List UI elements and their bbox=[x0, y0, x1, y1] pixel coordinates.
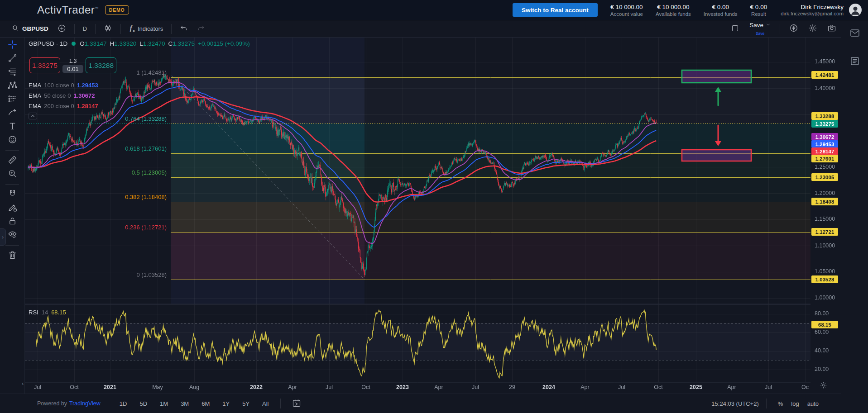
layout-button[interactable] bbox=[728, 22, 742, 36]
axis-settings-gear-icon[interactable] bbox=[820, 381, 827, 391]
chart-style-button[interactable] bbox=[101, 22, 115, 36]
time-tick-label: Jul bbox=[472, 384, 479, 390]
forecast-icon bbox=[8, 94, 17, 105]
fib-level-label[interactable]: 0.382 (1.18408) bbox=[25, 194, 167, 200]
lock-drawings-tool[interactable] bbox=[5, 216, 19, 227]
right-sidebar bbox=[841, 20, 868, 413]
trend-line-tool[interactable] bbox=[5, 53, 19, 64]
projection-tool[interactable] bbox=[5, 94, 19, 105]
zoom-in-tool[interactable] bbox=[5, 169, 19, 180]
crosshair-tool[interactable] bbox=[5, 40, 19, 51]
axis-collapse-handle[interactable]: ‹ bbox=[22, 380, 24, 387]
bottom-bar: Powered by TradingView 1D5D1M3M6M1Y5YAll… bbox=[0, 394, 841, 413]
time-tick-label: Apr bbox=[288, 384, 297, 390]
fib-level-label[interactable]: 0.236 (1.12721) bbox=[25, 224, 167, 231]
range-button-3m[interactable]: 3M bbox=[177, 399, 193, 409]
stat-label: Result bbox=[750, 11, 767, 17]
xabcd-pattern-tool[interactable] bbox=[5, 81, 19, 91]
undo-button[interactable] bbox=[177, 22, 191, 35]
magnet-tool[interactable] bbox=[5, 189, 19, 200]
text-tool[interactable] bbox=[5, 121, 19, 132]
toolbar-divider bbox=[74, 24, 75, 34]
price-tick-label: 1.40000 bbox=[815, 85, 835, 91]
log-scale-toggle[interactable]: log bbox=[787, 400, 803, 407]
price-chart-canvas[interactable] bbox=[25, 38, 810, 394]
hide-drawings-tool[interactable] bbox=[5, 230, 19, 241]
price-tick-label: 80.00 bbox=[815, 310, 829, 317]
stat-value: € 10 000.00 bbox=[610, 4, 643, 10]
news-button[interactable] bbox=[849, 56, 860, 68]
bottom-divider bbox=[280, 399, 281, 408]
go-to-date-button[interactable] bbox=[288, 399, 305, 409]
save-status: Save bbox=[756, 32, 764, 36]
range-button-5d[interactable]: 5D bbox=[135, 399, 151, 409]
range-button-1d[interactable]: 1D bbox=[115, 399, 131, 409]
messages-button[interactable] bbox=[849, 28, 860, 40]
time-tick-label: Oct bbox=[361, 384, 370, 390]
bottom-divider bbox=[108, 399, 108, 408]
indicator-name: EMA bbox=[29, 92, 41, 99]
market-status-dot-icon bbox=[72, 42, 76, 46]
price-badge: 68.15 bbox=[811, 321, 838, 328]
rsi-legend: RSI 14 68.15 bbox=[29, 309, 66, 316]
time-tick-label: Oct bbox=[654, 384, 662, 390]
undo-icon bbox=[180, 24, 188, 33]
time-tick-label: 2023 bbox=[396, 384, 409, 390]
price-badge: 1.03528 bbox=[811, 275, 838, 283]
indicator-params: 200 close 0 bbox=[44, 103, 74, 109]
brush-icon bbox=[8, 108, 17, 119]
indicator-params: 50 close 0 bbox=[44, 92, 71, 99]
auto-scale-toggle[interactable]: auto bbox=[803, 400, 823, 407]
fib-level-label[interactable]: 1 (1.42481) bbox=[25, 69, 167, 76]
range-button-1y[interactable]: 1Y bbox=[218, 399, 234, 409]
indicator-row[interactable]: EMA100 close 01.29453 bbox=[29, 80, 98, 90]
compare-add-button[interactable] bbox=[55, 22, 69, 36]
fib-level-label[interactable]: 0.5 (1.23005) bbox=[25, 169, 167, 176]
symbol-search-button[interactable]: GBPUSD bbox=[9, 23, 51, 35]
indicator-row[interactable]: EMA200 close 01.28147 bbox=[29, 101, 98, 111]
time-tick-label: 29 bbox=[509, 384, 515, 390]
brush-tool[interactable] bbox=[5, 108, 19, 119]
drawing-mode-tool[interactable] bbox=[5, 203, 19, 214]
range-button-all[interactable]: All bbox=[258, 399, 273, 409]
redo-button[interactable] bbox=[194, 22, 208, 35]
range-button-1m[interactable]: 1M bbox=[156, 399, 172, 409]
range-button-6m[interactable]: 6M bbox=[197, 399, 214, 409]
price-badge: 1.28147 bbox=[811, 147, 838, 155]
fib-retracement-tool[interactable] bbox=[5, 67, 19, 78]
price-scale[interactable]: 1.450001.400001.250001.200001.150001.100… bbox=[810, 38, 841, 394]
fib-level-label[interactable]: 0.764 (1.33288) bbox=[25, 115, 167, 122]
snapshot-button[interactable] bbox=[825, 22, 839, 36]
indicator-value: 1.28147 bbox=[77, 103, 98, 109]
quick-alert-button[interactable] bbox=[786, 22, 801, 36]
time-tick-label: 2025 bbox=[690, 384, 702, 390]
switch-to-real-account-button[interactable]: Switch to Real account bbox=[513, 3, 598, 17]
save-button[interactable]: Save Save bbox=[747, 20, 773, 37]
price-tick-label: 1.05000 bbox=[815, 268, 835, 275]
measure-tool[interactable] bbox=[5, 155, 19, 166]
avatar[interactable] bbox=[849, 4, 862, 16]
range-button-5y[interactable]: 5Y bbox=[238, 399, 254, 409]
price-tick-label: 1.20000 bbox=[815, 190, 835, 196]
account-stats: € 10 000.00Account value€ 10 000.00Avail… bbox=[610, 4, 767, 17]
tradingview-link[interactable]: TradingView bbox=[69, 400, 101, 407]
indicators-button[interactable]: ƒx Indicators bbox=[126, 23, 166, 35]
percent-scale-toggle[interactable]: % bbox=[774, 400, 787, 407]
account-stat: € 0.00Invested funds bbox=[704, 4, 738, 17]
timeframe-button[interactable]: D bbox=[80, 24, 90, 34]
emoji-tool[interactable] bbox=[5, 135, 19, 146]
price-badge: 1.27601 bbox=[811, 155, 838, 162]
redo-icon bbox=[197, 24, 205, 33]
toolbar-divider bbox=[95, 24, 96, 34]
time-tick-label: Apr bbox=[727, 384, 736, 390]
rsi-value: 68.15 bbox=[51, 309, 66, 316]
watchlist-expand-handle[interactable]: › bbox=[0, 228, 6, 246]
price-badge: 1.18408 bbox=[811, 198, 838, 205]
fib-level-label[interactable]: 0 (1.03528) bbox=[25, 271, 167, 278]
price-tick-label: 1.25000 bbox=[815, 164, 835, 170]
remove-drawings-tool[interactable] bbox=[5, 250, 19, 261]
fib-level-label[interactable]: 0.618 (1.27601) bbox=[25, 145, 167, 152]
zoom-icon bbox=[8, 169, 17, 180]
indicator-row[interactable]: EMA50 close 01.30672 bbox=[29, 90, 98, 101]
chart-settings-button[interactable] bbox=[806, 22, 820, 36]
